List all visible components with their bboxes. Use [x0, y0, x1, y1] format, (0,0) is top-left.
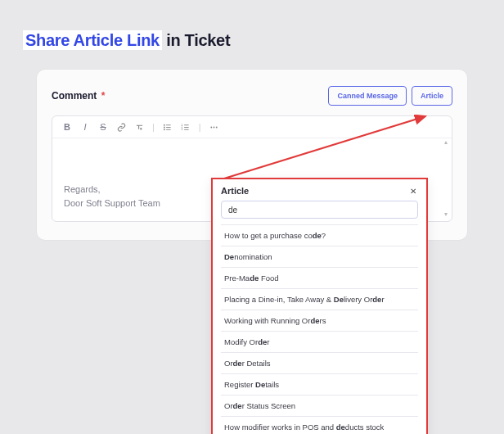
svg-rect-6	[184, 124, 189, 125]
bold-icon[interactable]: B	[62, 122, 72, 132]
svg-rect-3	[166, 127, 171, 128]
toolbar-separator: |	[152, 122, 155, 132]
svg-rect-7	[184, 127, 189, 128]
required-asterisk: *	[101, 90, 106, 102]
svg-point-4	[164, 129, 165, 130]
page-title: Share Article Link in Ticket	[0, 0, 504, 70]
svg-text:3: 3	[182, 128, 183, 131]
ordered-list-icon[interactable]: 123	[181, 122, 191, 132]
dropdown-title: Article	[221, 186, 249, 196]
list-item[interactable]: Register Details	[221, 373, 418, 396]
list-item[interactable]: Placing a Dine-in, Take Away & Delivery …	[221, 288, 418, 310]
article-search-input[interactable]	[228, 206, 411, 215]
toolbar-separator-2: |	[199, 122, 201, 132]
dropdown-header: Article ✕	[213, 179, 426, 201]
italic-icon[interactable]: I	[80, 122, 90, 132]
link-icon[interactable]	[116, 122, 126, 132]
list-item[interactable]: Denomination	[221, 246, 418, 268]
svg-rect-8	[184, 129, 189, 129]
comment-label-text: Comment	[52, 90, 97, 102]
clear-format-icon[interactable]	[134, 122, 144, 132]
svg-point-2	[164, 126, 165, 128]
list-item[interactable]: Working with Running Orders	[221, 310, 418, 332]
article-button[interactable]: Article	[412, 86, 452, 106]
close-icon[interactable]: ✕	[408, 187, 418, 196]
list-item[interactable]: How to get a purchase code?	[221, 224, 418, 246]
article-dropdown: Article ✕ How to get a purchase code? De…	[211, 178, 428, 434]
svg-point-13	[214, 126, 215, 128]
more-icon[interactable]	[209, 122, 219, 132]
svg-point-14	[216, 126, 218, 128]
header-actions: Canned Message Article	[328, 86, 452, 106]
canned-message-button[interactable]: Canned Message	[328, 86, 407, 106]
list-item[interactable]: Pre-Made Food	[221, 267, 418, 289]
list-item[interactable]: Order Details	[221, 352, 418, 374]
unordered-list-icon[interactable]	[163, 122, 173, 132]
svg-rect-1	[166, 124, 171, 125]
scroll-up-icon[interactable]: ▴	[443, 139, 449, 146]
svg-point-12	[211, 126, 213, 128]
editor-toolbar: B I S | 123 |	[52, 116, 452, 138]
editor-scrollbar[interactable]: ▴ ▾	[443, 139, 449, 218]
comment-label: Comment *	[52, 90, 105, 102]
article-search-wrapper[interactable]	[221, 201, 418, 219]
card-header: Comment * Canned Message Article	[52, 86, 452, 106]
svg-rect-5	[166, 129, 171, 129]
list-item[interactable]: Modify Order	[221, 331, 418, 353]
article-list: How to get a purchase code? Denomination…	[213, 225, 426, 434]
title-highlight: Share Article Link	[23, 30, 162, 50]
title-suffix: in Ticket	[166, 31, 230, 49]
svg-point-0	[164, 124, 165, 125]
scroll-down-icon[interactable]: ▾	[443, 211, 449, 218]
list-item[interactable]: How modifier works in POS and deducts st…	[221, 416, 418, 434]
list-item[interactable]: Order Status Screen	[221, 395, 418, 417]
strikethrough-icon[interactable]: S	[98, 122, 108, 132]
